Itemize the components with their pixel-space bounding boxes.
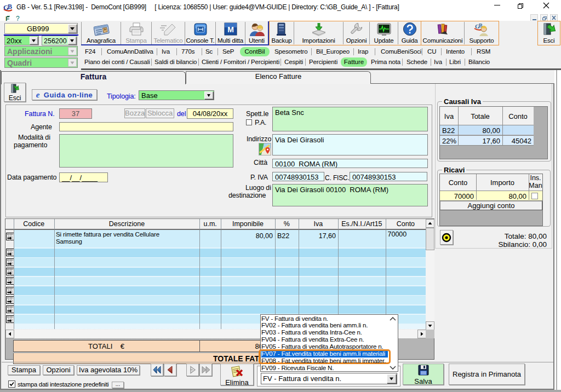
svg-text:M: M	[227, 25, 234, 34]
svg-text:B: B	[8, 3, 12, 10]
